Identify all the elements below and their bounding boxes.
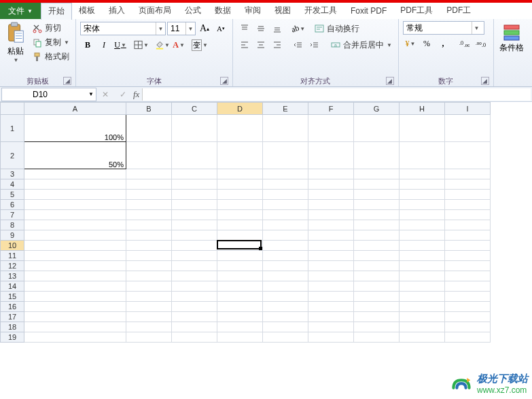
cell-B14[interactable] <box>126 281 172 292</box>
font-size-input[interactable] <box>168 24 185 33</box>
percent-button[interactable]: % <box>419 36 434 51</box>
cell-A14[interactable] <box>24 281 126 292</box>
underline-button[interactable]: U▼ <box>113 37 128 52</box>
cell-C2[interactable] <box>172 142 217 169</box>
row-header-2[interactable]: 2 <box>1 142 24 169</box>
cell-E4[interactable] <box>263 179 308 190</box>
cell-E12[interactable] <box>263 261 308 271</box>
cell-H15[interactable] <box>400 292 445 302</box>
column-header-F[interactable]: F <box>308 103 354 115</box>
cell-G2[interactable] <box>354 142 400 169</box>
cell-B7[interactable] <box>126 210 172 220</box>
cell-C15[interactable] <box>172 292 217 302</box>
italic-button[interactable]: I <box>96 37 111 52</box>
formula-input[interactable] <box>142 88 531 101</box>
cell-F1[interactable] <box>308 115 354 142</box>
tab-PDF工[interactable]: PDF工 <box>440 3 478 19</box>
cell-D9[interactable] <box>217 230 263 241</box>
cell-C6[interactable] <box>172 200 217 210</box>
tab-数据[interactable]: 数据 <box>208 3 238 19</box>
cell-F15[interactable] <box>308 292 354 302</box>
tab-模板[interactable]: 模板 <box>72 3 102 19</box>
cell-E5[interactable] <box>263 190 308 200</box>
row-header-11[interactable]: 11 <box>1 251 24 261</box>
cell-H6[interactable] <box>400 200 445 210</box>
cell-G5[interactable] <box>354 190 400 200</box>
cell-B12[interactable] <box>126 261 172 271</box>
spreadsheet-grid[interactable]: ABCDEFGHI1100%250%3456789101112131415161… <box>0 102 532 343</box>
cell-H7[interactable] <box>400 210 445 220</box>
cell-C4[interactable] <box>172 179 217 190</box>
cell-D12[interactable] <box>217 261 263 271</box>
cell-H16[interactable] <box>400 302 445 312</box>
increase-decimal-button[interactable]: .0.00 <box>457 36 472 51</box>
cell-E6[interactable] <box>263 200 308 210</box>
tab-视图[interactable]: 视图 <box>268 3 298 19</box>
currency-button[interactable]: ¥▼ <box>403 36 418 51</box>
cell-F7[interactable] <box>308 210 354 220</box>
row-header-5[interactable]: 5 <box>1 190 24 200</box>
cell-C7[interactable] <box>172 210 217 220</box>
cell-I17[interactable] <box>445 312 491 322</box>
cell-B5[interactable] <box>126 190 172 200</box>
cell-D6[interactable] <box>217 200 263 210</box>
dialog-launcher-icon[interactable]: ◢ <box>220 77 228 85</box>
cell-E8[interactable] <box>263 220 308 230</box>
cell-I6[interactable] <box>445 200 491 210</box>
cell-F2[interactable] <box>308 142 354 169</box>
cell-D3[interactable] <box>217 169 263 179</box>
tab-审阅[interactable]: 审阅 <box>238 3 268 19</box>
cell-I15[interactable] <box>445 292 491 302</box>
cell-F5[interactable] <box>308 190 354 200</box>
comma-button[interactable]: , <box>436 36 450 51</box>
cell-F17[interactable] <box>308 312 354 322</box>
cell-H17[interactable] <box>400 312 445 322</box>
cell-G14[interactable] <box>354 281 400 292</box>
cell-E15[interactable] <box>263 292 308 302</box>
row-header-15[interactable]: 15 <box>1 292 24 302</box>
cell-I2[interactable] <box>445 142 491 169</box>
align-right-button[interactable] <box>270 37 285 52</box>
cell-B2[interactable] <box>126 142 172 169</box>
cell-A15[interactable] <box>24 292 126 302</box>
row-header-17[interactable]: 17 <box>1 312 24 322</box>
tab-开始[interactable]: 开始 <box>41 3 72 20</box>
cell-A18[interactable] <box>24 322 126 332</box>
cell-A7[interactable] <box>24 210 126 220</box>
cell-A16[interactable] <box>24 302 126 312</box>
cell-D16[interactable] <box>217 302 263 312</box>
cell-C8[interactable] <box>172 220 217 230</box>
cell-A8[interactable] <box>24 220 126 230</box>
cell-F8[interactable] <box>308 220 354 230</box>
cell-C5[interactable] <box>172 190 217 200</box>
column-header-B[interactable]: B <box>126 103 172 115</box>
cell-B16[interactable] <box>126 302 172 312</box>
format-painter-button[interactable]: 格式刷 <box>30 50 71 63</box>
cell-B1[interactable] <box>126 115 172 142</box>
cell-G15[interactable] <box>354 292 400 302</box>
cell-E13[interactable] <box>263 271 308 281</box>
dialog-launcher-icon[interactable]: ◢ <box>481 77 489 85</box>
cell-C18[interactable] <box>172 322 217 332</box>
cell-I8[interactable] <box>445 220 491 230</box>
row-header-9[interactable]: 9 <box>1 230 24 241</box>
cell-A12[interactable] <box>24 261 126 271</box>
cell-A1[interactable]: 100% <box>24 115 126 142</box>
cell-B9[interactable] <box>126 230 172 241</box>
cell-B13[interactable] <box>126 271 172 281</box>
cell-A19[interactable] <box>24 332 126 343</box>
select-all-corner[interactable] <box>1 103 24 115</box>
cell-E7[interactable] <box>263 210 308 220</box>
cell-I9[interactable] <box>445 230 491 241</box>
cell-B10[interactable] <box>126 241 172 251</box>
cell-D11[interactable] <box>217 251 263 261</box>
cell-F11[interactable] <box>308 251 354 261</box>
cell-H5[interactable] <box>400 190 445 200</box>
cell-H3[interactable] <box>400 169 445 179</box>
bold-button[interactable]: B <box>80 37 95 52</box>
increase-font-button[interactable]: A▴ <box>197 21 212 36</box>
phonetic-button[interactable]: 变▼ <box>192 37 207 52</box>
cell-G16[interactable] <box>354 302 400 312</box>
row-header-13[interactable]: 13 <box>1 271 24 281</box>
cell-C3[interactable] <box>172 169 217 179</box>
